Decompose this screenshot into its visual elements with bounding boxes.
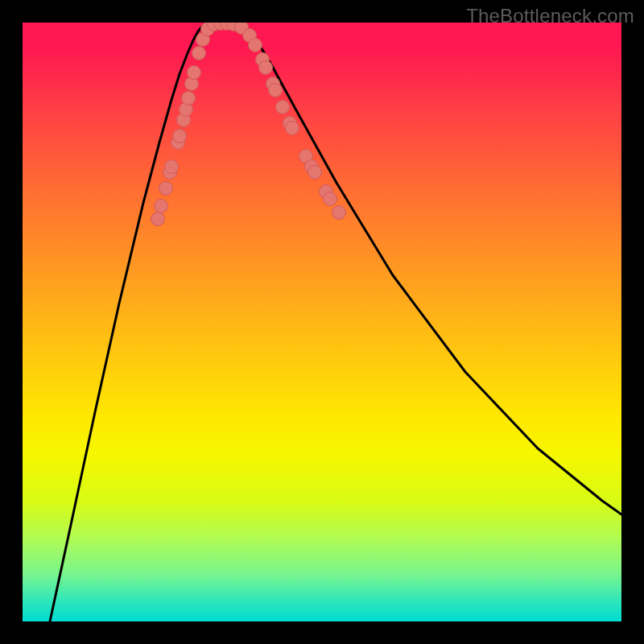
- data-marker: [192, 47, 206, 60]
- data-marker: [269, 84, 283, 97]
- bottleneck-curve: [50, 23, 621, 621]
- data-marker: [305, 160, 319, 174]
- curve-layer: [23, 23, 621, 621]
- data-marker: [182, 92, 196, 105]
- data-marker: [177, 114, 191, 127]
- data-marker: [188, 66, 201, 80]
- data-marker: [276, 101, 290, 114]
- data-marker: [286, 122, 299, 135]
- data-marker: [201, 23, 215, 36]
- data-marker: [243, 29, 257, 43]
- data-marker: [283, 117, 297, 130]
- data-marker: [171, 136, 185, 150]
- watermark-text: TheBottleneck.com: [466, 5, 634, 27]
- data-marker: [185, 77, 199, 91]
- curve-markers: [151, 23, 346, 226]
- data-marker: [227, 23, 241, 31]
- data-marker: [196, 33, 210, 47]
- data-marker: [221, 23, 234, 31]
- data-marker: [320, 185, 333, 199]
- data-marker: [163, 166, 177, 180]
- data-marker: [266, 77, 280, 91]
- data-marker: [332, 206, 346, 220]
- data-marker: [180, 103, 193, 117]
- data-marker: [214, 23, 228, 31]
- data-marker: [308, 166, 322, 180]
- chart-frame: TheBottleneck.com: [0, 0, 644, 644]
- data-marker: [151, 213, 165, 226]
- data-marker: [155, 200, 168, 213]
- data-marker: [249, 39, 262, 52]
- plot-area: [23, 23, 621, 621]
- data-marker: [208, 23, 221, 31]
- data-marker: [324, 192, 337, 206]
- curve-path: [50, 23, 621, 621]
- data-marker: [235, 23, 249, 35]
- data-marker: [259, 61, 273, 75]
- data-marker: [159, 182, 173, 196]
- data-marker: [256, 53, 270, 67]
- data-marker: [173, 130, 187, 143]
- data-marker: [299, 150, 313, 163]
- data-marker: [165, 160, 179, 174]
